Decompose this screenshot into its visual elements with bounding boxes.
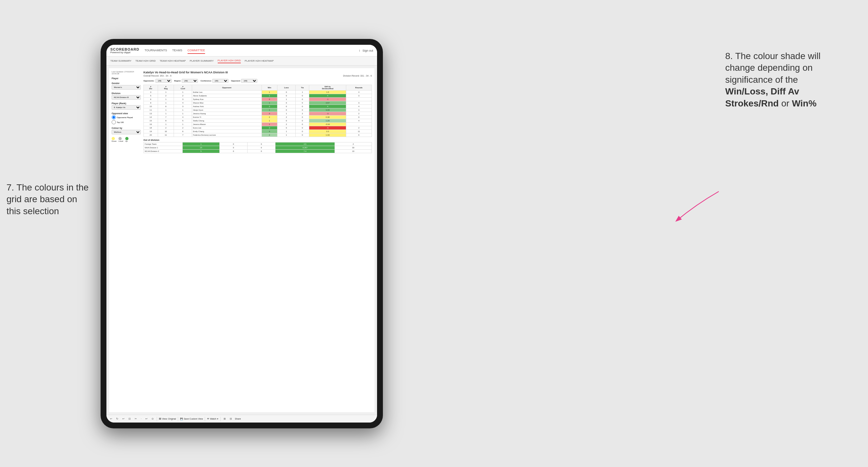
- division-section: Division NCAA Division III: [112, 92, 141, 100]
- ood-cell-loss: 0: [219, 143, 247, 146]
- toolbar-collapse[interactable]: ⊟: [229, 417, 233, 421]
- cell-tie: 0: [296, 126, 309, 130]
- cell-conf: 5: [174, 119, 192, 123]
- h2h-grid-table: #Div #Reg #Conf Opponent Win Loss Tie Di…: [144, 85, 372, 137]
- cell-reg: 2: [158, 126, 174, 130]
- cell-diff: -3: [309, 112, 346, 116]
- cell-conf: 3: [174, 105, 192, 108]
- gender-label: Gender: [112, 82, 141, 84]
- nav-info-icon[interactable]: i: [359, 49, 360, 52]
- cell-diff: 3.67: [309, 101, 346, 105]
- toolbar-dot[interactable]: ·: [140, 417, 143, 421]
- colour-by-section: Colour by Win/loss: [112, 127, 141, 134]
- colour-by-select[interactable]: Win/loss: [112, 130, 141, 134]
- subnav-player-h2h-heatmap[interactable]: PLAYER H2H HEATMAP: [245, 59, 274, 63]
- annotation-left-text: 7. The colours in the grid are based on …: [6, 182, 89, 216]
- toolbar-expand[interactable]: ⊞: [223, 417, 227, 421]
- division-label: Division: [112, 92, 141, 94]
- ood-cell-rounds: 2: [335, 143, 372, 146]
- cell-reg: 11: [158, 133, 174, 137]
- toolbar-save-custom[interactable]: 💾 Save Custom View: [180, 418, 203, 420]
- cell-reg: 6: [158, 105, 174, 108]
- table-row: 13 1 1 Jessica Huang 0 1 2 -3 2: [144, 112, 372, 116]
- filter-opponent-select[interactable]: (All): [241, 79, 257, 83]
- nav-tournaments[interactable]: TOURNAMENTS: [145, 48, 167, 54]
- cell-tie: 0: [296, 108, 309, 112]
- toolbar-refresh[interactable]: ↩: [145, 417, 149, 421]
- toolbar-divider2: [178, 417, 178, 421]
- toolbar-view-original[interactable]: 🖼 View: Original: [159, 418, 176, 420]
- toolbar-watch[interactable]: 👁 Watch ▾: [207, 418, 218, 420]
- col-tie: Tie: [296, 85, 309, 91]
- cell-div: 16: [144, 123, 158, 126]
- filter-opponents-select[interactable]: (All): [155, 79, 172, 83]
- cell-loss: 0: [277, 94, 296, 98]
- cell-tie: 0: [296, 123, 309, 126]
- ood-cell-win: 1: [183, 143, 220, 146]
- subnav-team-summary[interactable]: TEAM SUMMARY: [110, 59, 131, 63]
- legend-level-dot: [118, 137, 122, 140]
- cell-opponent: Emily Chang: [192, 130, 261, 133]
- cell-conf: 7: [174, 133, 192, 137]
- nav-teams[interactable]: TEAMS: [172, 48, 182, 54]
- table-row: 19 10 6 Emily Chang 4 1 0 0.3 11: [144, 130, 372, 133]
- opponent-view-label: Opponent view: [112, 112, 141, 115]
- main-content: Last Updated: 27/03/2024 16:55:38 Player…: [106, 66, 377, 415]
- cell-win: 2: [261, 105, 277, 108]
- radio-opponents-played[interactable]: Opponents Played: [112, 115, 141, 119]
- cell-win: 1: [261, 101, 277, 105]
- toolbar-divider3: [205, 417, 205, 421]
- filter-region-select[interactable]: (All): [182, 79, 198, 83]
- toolbar-back[interactable]: ↩: [121, 417, 126, 421]
- subnav-player-h2h-grid[interactable]: PLAYER H2H GRID: [218, 58, 241, 63]
- subnav-team-h2h-grid[interactable]: TEAM H2H GRID: [135, 59, 156, 63]
- filter-conference-select[interactable]: (All): [212, 79, 228, 83]
- cell-reg: 10: [158, 130, 174, 133]
- cell-div: 3: [144, 91, 158, 94]
- cell-win: 2: [261, 133, 277, 137]
- cell-opponent: Heejo Hyun: [192, 108, 261, 112]
- toolbar-redo[interactable]: ↻: [115, 417, 119, 421]
- col-opponent: Opponent: [192, 85, 261, 91]
- gender-select[interactable]: Women's: [112, 85, 141, 90]
- cell-tie: 0: [296, 98, 309, 101]
- last-updated: Last Updated: 27/03/2024 16:55:38: [112, 71, 141, 75]
- nav-committee[interactable]: COMMITTEE: [188, 48, 205, 54]
- cell-tie: 0: [296, 94, 309, 98]
- cell-div: 9: [144, 101, 158, 105]
- cell-opponent: Euna Lee: [192, 126, 261, 130]
- cell-diff: 4: [309, 94, 346, 98]
- cell-diff: 1.29: [309, 119, 346, 123]
- toolbar-undo[interactable]: ↩: [109, 417, 113, 421]
- cell-diff: 4: [309, 105, 346, 108]
- col-rounds: Rounds: [346, 85, 372, 91]
- division-select[interactable]: NCAA Division III: [112, 95, 141, 100]
- arrow-right-indicator: [670, 188, 722, 227]
- subnav-player-summary[interactable]: PLAYER SUMMARY: [190, 59, 214, 63]
- tablet-screen: SCOREBOARD Powered by clippd TOURNAMENTS…: [106, 45, 377, 423]
- cell-loss: 0: [277, 108, 296, 112]
- cell-tie: 0: [296, 133, 309, 137]
- cell-tie: 0: [296, 101, 309, 105]
- cell-rounds: 3: [346, 108, 372, 112]
- cell-div: 18: [144, 126, 158, 130]
- report-area: Last Updated: 27/03/2024 16:55:38 Player…: [109, 68, 374, 412]
- cell-diff: -1: [309, 98, 346, 101]
- cell-loss: 0: [277, 105, 296, 108]
- ood-cell-rounds: 10: [335, 150, 372, 153]
- toolbar-share[interactable]: Share: [235, 418, 241, 420]
- opponent-view: Opponent view Opponents Played Top 100: [112, 112, 141, 124]
- cell-reg: 1: [158, 112, 174, 116]
- nav-signout[interactable]: Sign out: [363, 49, 373, 52]
- toolbar-cut[interactable]: ✂: [134, 417, 138, 421]
- cell-loss: 1: [277, 133, 296, 137]
- toolbar-grid[interactable]: ⊡: [127, 417, 132, 421]
- subnav-team-h2h-heatmap[interactable]: TEAM H2H HEATMAP: [160, 59, 186, 63]
- toolbar-clock[interactable]: ⊙: [151, 417, 155, 421]
- filter-opponent: Opponent (All): [231, 79, 257, 83]
- cell-diff: -5: [309, 126, 346, 130]
- cell-reg: 1: [158, 101, 174, 105]
- radio-top100[interactable]: Top 100: [112, 120, 141, 124]
- player-rank-select[interactable]: 8. Katelyn Vo: [112, 105, 141, 110]
- table-row: 16 1 1 Jessica Mason 1 2 0 -0.94: [144, 123, 372, 126]
